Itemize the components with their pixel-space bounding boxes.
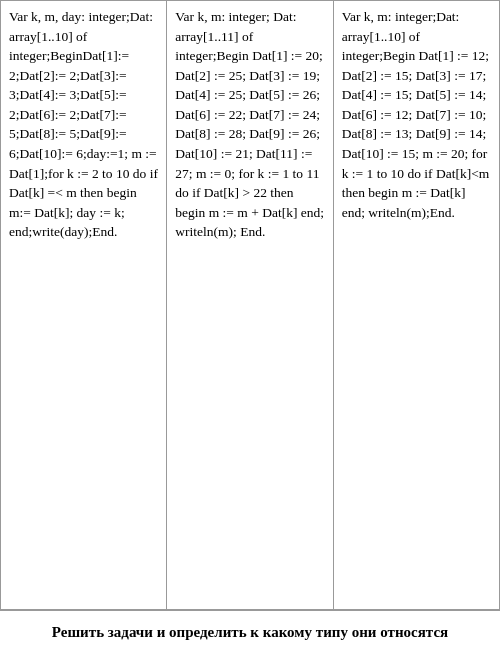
- column-3: Var k, m: integer;Dat: array[1..10] of i…: [334, 1, 499, 609]
- column-2: Var k, m: integer; Dat: array[1..11] of …: [167, 1, 333, 609]
- footer-text: Решить задачи и определить к какому типу…: [0, 610, 500, 652]
- table-container: Var k, m, day: integer;Dat: array[1..10]…: [0, 0, 500, 610]
- column-1: Var k, m, day: integer;Dat: array[1..10]…: [1, 1, 167, 609]
- main-container: Var k, m, day: integer;Dat: array[1..10]…: [0, 0, 500, 651]
